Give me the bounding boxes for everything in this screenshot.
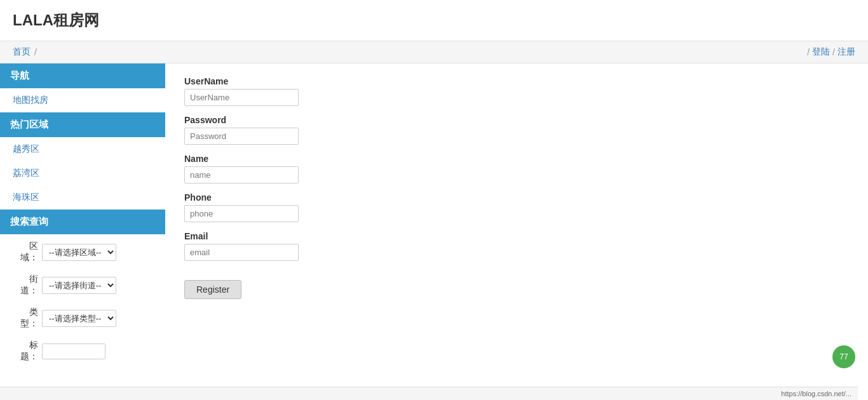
area-label: 区域： <box>13 241 38 263</box>
area-liwan[interactable]: 荔湾区 <box>0 161 165 185</box>
area-yuexiu[interactable]: 越秀区 <box>0 137 165 161</box>
password-label: Password <box>184 115 849 125</box>
green-circle[interactable]: 77 <box>832 345 855 368</box>
sidebar: 导航 地图找房 热门区域 越秀区 荔湾区 海珠区 搜索查询 区域： --请选择区… <box>0 63 165 381</box>
breadcrumb-sep1: / <box>34 47 37 57</box>
title-label: 标题： <box>13 340 38 363</box>
street-label: 街道： <box>13 274 38 297</box>
name-label: Name <box>184 154 849 164</box>
hot-area-header: 热门区域 <box>0 112 165 137</box>
area-haizhu[interactable]: 海珠区 <box>0 185 165 210</box>
register-form-area: UserName Password Name Phone Email Regis… <box>165 63 868 381</box>
phone-input[interactable] <box>184 205 299 222</box>
title-input[interactable] <box>42 343 105 359</box>
register-button[interactable]: Register <box>184 280 241 299</box>
breadcrumb-sep-right: / <box>807 47 810 57</box>
breadcrumb-bar: 首页 / / 登陆 / 注册 <box>0 41 868 63</box>
breadcrumb-login[interactable]: 登陆 <box>812 46 830 58</box>
site-title: LALA租房网 <box>0 0 868 41</box>
street-select[interactable]: --请选择街道-- <box>42 277 116 294</box>
breadcrumb-home[interactable]: 首页 <box>13 46 31 58</box>
phone-label: Phone <box>184 192 849 203</box>
email-label: Email <box>184 231 849 241</box>
area-select[interactable]: --请选择区域-- <box>42 244 116 261</box>
map-search-link[interactable]: 地图找房 <box>0 88 165 112</box>
username-label: UserName <box>184 76 849 86</box>
email-input[interactable] <box>184 244 299 261</box>
name-input[interactable] <box>184 166 299 183</box>
nav-header: 导航 <box>0 63 165 88</box>
password-input[interactable] <box>184 128 299 145</box>
type-label: 类型： <box>13 307 38 330</box>
type-select[interactable]: --请选择类型-- <box>42 310 116 327</box>
search-header: 搜索查询 <box>0 210 165 234</box>
breadcrumb-sep2: / <box>832 47 835 57</box>
breadcrumb-register[interactable]: 注册 <box>837 46 855 58</box>
username-input[interactable] <box>184 89 299 106</box>
